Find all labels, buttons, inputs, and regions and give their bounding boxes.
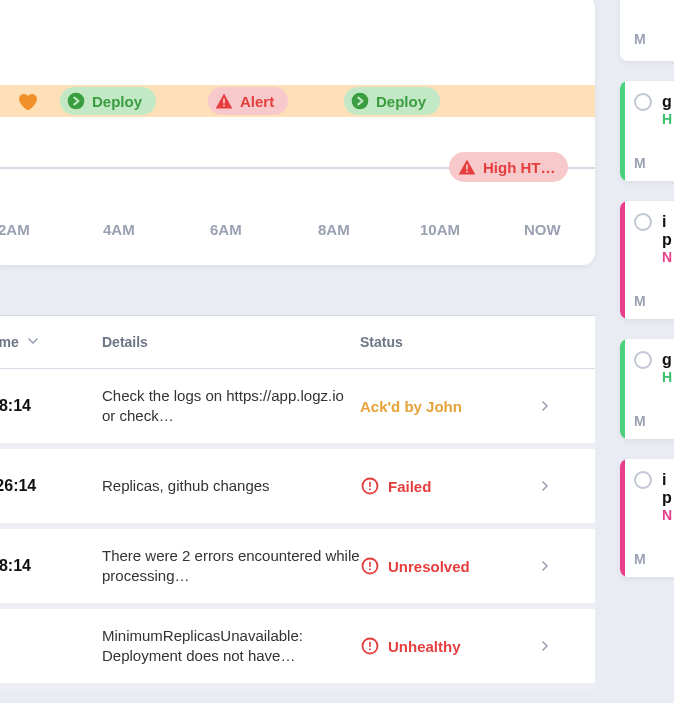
table-header: time Details Status: [0, 315, 595, 369]
status-text: Failed: [388, 478, 431, 495]
table-row[interactable]: 58:14 There were 2 errors encountered wh…: [0, 529, 595, 609]
sidebar: M g H M i p N M g H: [620, 0, 674, 703]
alert-circle-icon: [360, 636, 380, 656]
deploy-pill[interactable]: Deploy: [60, 87, 156, 115]
heart-icon: [15, 89, 39, 113]
chevron-right-icon[interactable]: [520, 478, 570, 494]
radio-icon[interactable]: [634, 93, 652, 111]
col-header-time[interactable]: time: [0, 333, 90, 352]
svg-rect-1: [223, 99, 225, 104]
alert-triangle-icon: [214, 91, 234, 111]
svg-rect-13: [369, 642, 371, 647]
side-subtitle: H: [662, 111, 672, 127]
side-title: i: [662, 213, 672, 231]
axis-tick: 4AM: [103, 221, 135, 238]
svg-rect-14: [369, 649, 371, 651]
svg-point-0: [68, 93, 85, 110]
arrow-right-circle-icon: [66, 91, 86, 111]
svg-rect-2: [223, 105, 225, 107]
cell-status: Unresolved: [360, 556, 520, 576]
side-card[interactable]: i p N M: [620, 201, 674, 319]
cell-status: Unhealthy: [360, 636, 520, 656]
arrow-right-circle-icon: [350, 91, 370, 111]
side-foot: M: [634, 155, 674, 171]
radio-icon[interactable]: [634, 351, 652, 369]
table-row[interactable]: MinimumReplicasUnavailable: Deployment d…: [0, 609, 595, 689]
side-foot: M: [634, 293, 674, 309]
cell-details: Check the logs on https://app.logz.io or…: [90, 386, 360, 427]
radio-icon[interactable]: [634, 213, 652, 231]
timeline-track: Deploy Alert Deploy: [0, 85, 595, 117]
status-text: Unresolved: [388, 558, 470, 575]
cell-details: Replicas, github changes: [90, 476, 360, 496]
cell-status: Ack'd by John: [360, 398, 520, 415]
side-title2: p: [662, 231, 672, 249]
pill-label: Deploy: [376, 93, 426, 110]
side-title: g: [662, 351, 672, 369]
axis-tick: NOW: [524, 221, 561, 238]
svg-rect-8: [369, 489, 371, 491]
side-card[interactable]: g H M: [620, 81, 674, 181]
svg-rect-10: [369, 562, 371, 567]
side-title: i: [662, 471, 672, 489]
time-axis: 2AM 4AM 6AM 8AM 10AM NOW: [0, 221, 595, 251]
svg-rect-11: [369, 569, 371, 571]
col-header-details[interactable]: Details: [90, 334, 360, 350]
card-stripe: [620, 81, 625, 181]
svg-rect-7: [369, 482, 371, 487]
cell-time: :26:14: [0, 477, 90, 495]
alert-circle-icon: [360, 556, 380, 576]
side-title2: p: [662, 489, 672, 507]
svg-rect-5: [466, 171, 468, 173]
side-card[interactable]: M: [620, 0, 674, 61]
side-card[interactable]: g H M: [620, 339, 674, 439]
side-subtitle: N: [662, 249, 672, 265]
card-stripe: [620, 339, 625, 439]
radio-icon[interactable]: [634, 471, 652, 489]
side-foot: M: [634, 31, 674, 47]
side-title: g: [662, 93, 672, 111]
svg-rect-4: [466, 165, 468, 170]
axis-tick: 2AM: [0, 221, 30, 238]
status-text: Ack'd by John: [360, 398, 462, 415]
cell-time: 58:14: [0, 397, 90, 415]
side-foot: M: [634, 413, 674, 429]
axis-tick: 6AM: [210, 221, 242, 238]
side-subtitle: N: [662, 507, 672, 523]
alert-pill[interactable]: Alert: [208, 87, 288, 115]
table-row[interactable]: 58:14 Check the logs on https://app.logz…: [0, 369, 595, 449]
svg-point-3: [352, 93, 369, 110]
side-card[interactable]: i p N M: [620, 459, 674, 577]
chevron-right-icon[interactable]: [520, 638, 570, 654]
cell-status: Failed: [360, 476, 520, 496]
chevron-down-icon: [25, 333, 41, 352]
col-header-status[interactable]: Status: [360, 334, 520, 350]
side-subtitle: H: [662, 369, 672, 385]
high-alert-pill[interactable]: High HT…: [449, 152, 568, 182]
pill-label: High HT…: [483, 159, 556, 176]
axis-tick: 8AM: [318, 221, 350, 238]
status-text: Unhealthy: [388, 638, 461, 655]
pill-label: Alert: [240, 93, 274, 110]
cell-details: There were 2 errors encountered while pr…: [90, 546, 360, 587]
chevron-right-icon[interactable]: [520, 398, 570, 414]
col-header-time-label: time: [0, 334, 19, 350]
card-stripe: [620, 201, 625, 319]
cell-details: MinimumReplicasUnavailable: Deployment d…: [90, 626, 360, 667]
axis-tick: 10AM: [420, 221, 460, 238]
deploy-pill[interactable]: Deploy: [344, 87, 440, 115]
alert-triangle-icon: [457, 157, 477, 177]
alert-circle-icon: [360, 476, 380, 496]
events-table: time Details Status 58:14 Check the logs…: [0, 315, 595, 689]
chevron-right-icon[interactable]: [520, 558, 570, 574]
side-foot: M: [634, 551, 674, 567]
card-stripe: [620, 459, 625, 577]
table-row[interactable]: :26:14 Replicas, github changes Failed: [0, 449, 595, 529]
pill-label: Deploy: [92, 93, 142, 110]
timeline-card: Deploy Alert Deploy High HT… 2AM 4AM 6AM…: [0, 0, 595, 265]
cell-time: 58:14: [0, 557, 90, 575]
